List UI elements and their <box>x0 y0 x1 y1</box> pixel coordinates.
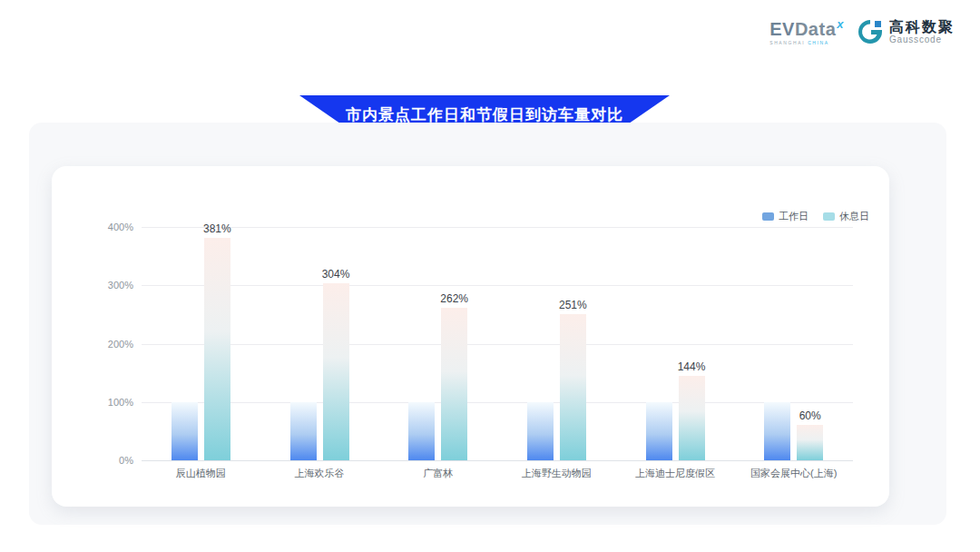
bar-value-label: 381% <box>203 222 231 235</box>
y-axis-tick-label: 400% <box>108 222 133 232</box>
gausscode-g-icon <box>857 18 884 45</box>
x-axis-category-label: 辰山植物园 <box>176 467 226 480</box>
bar-工作日-国家会展中心(上海)[interactable] <box>764 402 790 460</box>
plot-area: 400%300%200%100%0%381%辰山植物园304%上海欢乐谷262%… <box>142 227 853 460</box>
x-axis-category-label: 广富林 <box>423 467 453 480</box>
bar-工作日-上海欢乐谷[interactable] <box>290 402 317 460</box>
gridline: 100% <box>142 402 853 403</box>
bar-value-label: 304% <box>322 268 350 281</box>
evdata-x-icon: x <box>837 17 844 31</box>
bar-value-label: 251% <box>559 299 587 311</box>
gridline: 400% <box>142 227 853 228</box>
y-axis-tick-label: 200% <box>108 339 133 350</box>
x-axis-category-label: 国家会展中心(上海) <box>750 467 837 480</box>
chart-legend: 工作日休息日 <box>762 210 869 223</box>
page-title: 市内景点工作日和节假日到访车量对比 <box>346 101 623 125</box>
evdata-wordmark: EVDatax <box>769 18 844 38</box>
bar-休息日-上海欢乐谷[interactable] <box>323 283 349 460</box>
bar-工作日-广富林[interactable] <box>408 402 435 460</box>
bar-休息日-上海迪士尼度假区[interactable] <box>679 376 705 460</box>
y-axis-tick-label: 0% <box>119 455 133 466</box>
x-axis-category-label: 上海野生动物园 <box>522 467 592 480</box>
legend-swatch-icon <box>762 212 774 221</box>
evdata-logo: EVDatax SHANGHAI CHINA <box>769 18 844 45</box>
bar-休息日-国家会展中心(上海)[interactable] <box>797 425 823 460</box>
gausscode-en-label: Gausscode <box>889 34 955 44</box>
legend-item-休息日[interactable]: 休息日 <box>823 210 869 223</box>
bar-休息日-上海野生动物园[interactable] <box>560 314 586 460</box>
legend-item-工作日[interactable]: 工作日 <box>762 210 808 223</box>
gridline: 200% <box>142 344 853 345</box>
x-axis-category-label: 上海迪士尼度假区 <box>635 467 715 480</box>
legend-label: 休息日 <box>839 210 869 223</box>
page: EVDatax SHANGHAI CHINA 高科数聚 Gausscode 市内… <box>0 0 980 552</box>
legend-label: 工作日 <box>779 210 808 223</box>
y-axis-tick-label: 100% <box>108 397 133 408</box>
chart-card: 工作日休息日 400%300%200%100%0%381%辰山植物园304%上海… <box>52 166 889 507</box>
bar-工作日-上海迪士尼度假区[interactable] <box>646 402 672 460</box>
bar-value-label: 262% <box>440 292 468 305</box>
bar-休息日-广富林[interactable] <box>441 308 467 460</box>
x-axis-category-label: 上海欢乐谷 <box>295 467 345 480</box>
evdata-subtext: SHANGHAI CHINA <box>769 41 828 45</box>
header-logos: EVDatax SHANGHAI CHINA 高科数聚 Gausscode <box>769 18 955 45</box>
gausscode-cn-label: 高科数聚 <box>889 19 955 35</box>
gridline: 300% <box>142 285 853 286</box>
gridline: 0% <box>142 460 853 461</box>
legend-swatch-icon <box>823 212 835 221</box>
gausscode-logo: 高科数聚 Gausscode <box>857 18 955 45</box>
bar-value-label: 144% <box>678 360 706 373</box>
bar-工作日-上海野生动物园[interactable] <box>527 402 554 460</box>
y-axis-tick-label: 300% <box>108 280 133 291</box>
bar-value-label: 60% <box>799 409 821 422</box>
bar-工作日-辰山植物园[interactable] <box>172 402 198 460</box>
bar-休息日-辰山植物园[interactable] <box>204 238 230 460</box>
